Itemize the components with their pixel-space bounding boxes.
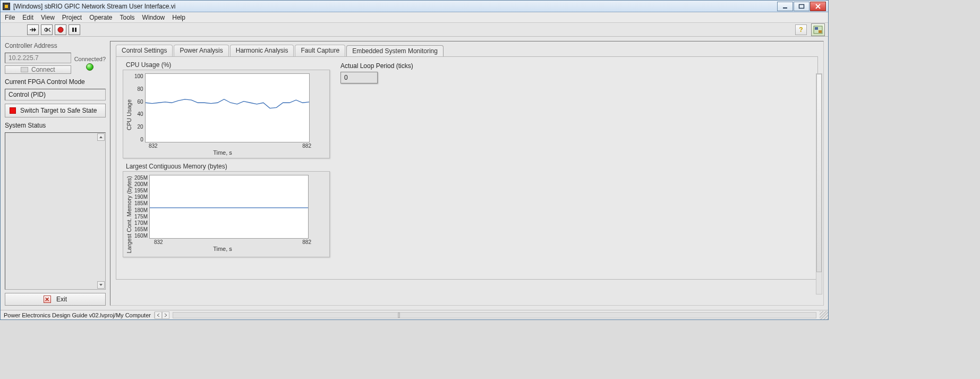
controller-address-field[interactable]: 10.2.225.7 bbox=[5, 53, 71, 63]
fpga-mode-select[interactable]: Control (PID) bbox=[5, 89, 106, 100]
svg-rect-4 bbox=[75, 28, 76, 32]
menu-operate[interactable]: Operate bbox=[89, 14, 112, 21]
system-status-label: System Status bbox=[5, 122, 106, 129]
connected-led-icon bbox=[86, 63, 93, 71]
loop-period-value: 0 bbox=[340, 72, 378, 83]
svg-rect-0 bbox=[783, 7, 787, 9]
cpu-plot-area[interactable] bbox=[145, 73, 310, 142]
context-help-button[interactable]: ? bbox=[795, 24, 807, 35]
connect-button[interactable]: Connect bbox=[5, 65, 71, 74]
fpga-mode-value: Control (PID) bbox=[8, 91, 46, 98]
loop-period-label: Actual Loop Period (ticks) bbox=[340, 62, 413, 70]
run-button[interactable] bbox=[27, 24, 39, 35]
safe-state-button[interactable]: Switch Target to Safe State bbox=[5, 104, 106, 117]
app-icon bbox=[3, 3, 10, 10]
resize-grip-icon[interactable] bbox=[820, 311, 828, 319]
mem-xlabel: Time, s bbox=[133, 246, 312, 252]
menu-tools[interactable]: Tools bbox=[120, 14, 135, 21]
mem-chart-title: Largest Contiguous Memory (bytes) bbox=[126, 163, 330, 170]
connected-indicator: Connected? bbox=[74, 56, 106, 71]
status-nav-right[interactable] bbox=[162, 311, 169, 319]
tabpanel: CPU Usage (%) CPU Usage 100806040200 bbox=[116, 56, 818, 280]
menu-help[interactable]: Help bbox=[172, 14, 185, 21]
menu-edit[interactable]: Edit bbox=[22, 14, 33, 21]
mem-chart: Largest Cont. Memory (bytes) 205M200M195… bbox=[123, 171, 330, 257]
status-nav-left[interactable] bbox=[155, 311, 162, 319]
svg-rect-3 bbox=[72, 28, 74, 32]
exit-label: Exit bbox=[56, 296, 67, 303]
cpu-ylabel: CPU Usage bbox=[125, 73, 133, 156]
panel-vscrollbar[interactable] bbox=[816, 73, 822, 294]
mem-ylabel: Largest Cont. Memory (bytes) bbox=[125, 175, 133, 255]
tab-control-settings[interactable]: Control Settings bbox=[116, 45, 173, 56]
app-window: [Windows] sbRIO GPIC Network Stream User… bbox=[0, 0, 829, 320]
cpu-chart-title: CPU Usage (%) bbox=[126, 61, 330, 69]
cpu-xticks: 832882 bbox=[148, 142, 312, 149]
cpu-chart: CPU Usage 100806040200 832882 Time, s bbox=[123, 70, 330, 158]
panel-vscroll-thumb[interactable] bbox=[816, 74, 822, 272]
window-title: [Windows] sbRIO GPIC Network Stream User… bbox=[13, 3, 777, 10]
tab-embedded-system-monitoring[interactable]: Embedded System Monitoring bbox=[346, 45, 444, 57]
stop-square-icon bbox=[10, 107, 16, 114]
envelope-icon bbox=[21, 67, 28, 72]
tab-power-analysis[interactable]: Power Analysis bbox=[174, 45, 228, 56]
menu-file[interactable]: File bbox=[5, 14, 15, 21]
exit-button[interactable]: ✕ Exit bbox=[5, 293, 106, 306]
menu-view[interactable]: View bbox=[41, 14, 55, 21]
minimize-button[interactable] bbox=[777, 2, 793, 11]
tab-fault-capture[interactable]: Fault Capture bbox=[295, 45, 345, 56]
connect-button-label: Connect bbox=[31, 66, 55, 73]
tab-harmonic-analysis[interactable]: Harmonic Analysis bbox=[230, 45, 294, 56]
controller-address-label: Controller Address bbox=[5, 42, 106, 49]
svg-point-2 bbox=[58, 27, 63, 32]
cpu-yticks: 100806040200 bbox=[133, 73, 145, 142]
mem-yticks: 205M200M195M190M185M180M175M170M165M160M bbox=[133, 175, 149, 239]
svg-text:?: ? bbox=[799, 26, 803, 33]
status-scroll-down[interactable] bbox=[97, 281, 105, 289]
fpga-mode-label: Current FPGA Control Mode bbox=[5, 78, 106, 86]
svg-rect-1 bbox=[799, 4, 804, 8]
left-panel: Controller Address 10.2.225.7 Connect Co… bbox=[5, 41, 106, 306]
close-x-icon: ✕ bbox=[44, 296, 51, 303]
svg-rect-7 bbox=[815, 27, 818, 30]
connected-label: Connected? bbox=[74, 56, 106, 62]
main-panel: Control Settings Power Analysis Harmonic… bbox=[110, 41, 824, 306]
toolbar: ? bbox=[1, 23, 828, 37]
mem-plot-area[interactable] bbox=[149, 175, 309, 239]
status-path: Power Electronics Design Guide v02.lvpro… bbox=[1, 312, 155, 318]
mem-xticks: 832882 bbox=[153, 239, 312, 245]
status-hscrollbar[interactable] bbox=[173, 312, 816, 318]
menu-project[interactable]: Project bbox=[62, 14, 82, 21]
safe-state-label: Switch Target to Safe State bbox=[20, 107, 97, 114]
abort-button[interactable] bbox=[55, 24, 66, 35]
menu-bar: File Edit View Project Operate Tools Win… bbox=[1, 12, 828, 23]
svg-rect-8 bbox=[819, 30, 822, 33]
status-bar: Power Electronics Design Guide v02.lvpro… bbox=[1, 310, 828, 319]
menu-window[interactable]: Window bbox=[142, 14, 165, 21]
body: Controller Address 10.2.225.7 Connect Co… bbox=[1, 37, 828, 310]
cpu-xlabel: Time, s bbox=[133, 149, 312, 156]
vi-icon bbox=[811, 23, 825, 36]
close-button[interactable] bbox=[810, 2, 826, 11]
pause-button[interactable] bbox=[69, 24, 80, 35]
title-bar: [Windows] sbRIO GPIC Network Stream User… bbox=[1, 1, 828, 12]
maximize-button[interactable] bbox=[794, 2, 809, 11]
status-scroll-up[interactable] bbox=[97, 133, 105, 141]
tabstrip: Control Settings Power Analysis Harmonic… bbox=[116, 45, 818, 56]
status-hscroll-thumb[interactable] bbox=[398, 313, 400, 318]
system-status-box[interactable] bbox=[5, 132, 106, 290]
run-continuous-button[interactable] bbox=[41, 24, 53, 35]
